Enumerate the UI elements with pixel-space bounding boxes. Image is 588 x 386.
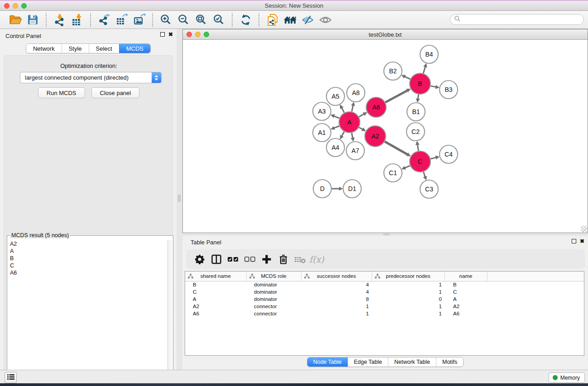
tab-network[interactable]: Network (26, 44, 62, 53)
close-window-icon[interactable] (4, 3, 10, 9)
table-cell[interactable]: C (445, 288, 487, 295)
zoom-fit-icon[interactable] (193, 11, 209, 29)
graph-edge-B-B3[interactable] (431, 86, 436, 87)
table-cell[interactable]: connector (246, 310, 301, 317)
zoom-in-icon[interactable] (158, 11, 174, 29)
search-input[interactable] (463, 15, 583, 24)
graph-edge-C-C3[interactable] (424, 172, 425, 177)
deselect-all-icon[interactable] (243, 251, 257, 267)
import-table-icon[interactable] (69, 11, 85, 29)
mcds-list-item[interactable]: A (8, 248, 167, 255)
table-cell[interactable]: dominator (246, 288, 301, 295)
add-icon[interactable] (259, 251, 273, 267)
table-row[interactable]: Cdominator41C (185, 288, 584, 295)
graph-edge-A-A7[interactable] (352, 133, 353, 138)
close-icon[interactable]: ✖ (168, 32, 173, 37)
graph-edge-A-A2[interactable] (359, 128, 363, 129)
close-window-icon[interactable] (186, 32, 192, 37)
network-window-titlebar[interactable]: testGlobe.txt (183, 29, 588, 40)
hide-details-icon[interactable] (300, 11, 316, 29)
close-panel-button[interactable]: Close panel (91, 87, 140, 98)
minimize-window-icon[interactable] (195, 32, 201, 37)
export-network-icon[interactable] (96, 11, 112, 29)
column-header-shared-name[interactable]: shared name (185, 272, 246, 281)
table-cell[interactable]: C (185, 288, 246, 295)
tab-motifs[interactable]: Motifs (436, 357, 463, 367)
graph-edge-A-A8[interactable] (352, 105, 353, 111)
table-cell[interactable]: 1 (301, 310, 372, 317)
zoom-out-icon[interactable] (176, 11, 191, 29)
table-row[interactable]: A2connector11A2 (185, 303, 584, 310)
graph-edge-A-A5[interactable] (342, 108, 344, 113)
mcds-list-item[interactable]: C (8, 262, 167, 269)
gear-icon[interactable] (192, 251, 206, 267)
zoom-window-icon[interactable] (21, 3, 27, 9)
graph-edge-A-A1[interactable] (334, 126, 339, 128)
mcds-list-item[interactable]: B (8, 255, 167, 262)
close-icon[interactable]: ✖ (580, 239, 584, 243)
column-header-MCDS-role[interactable]: MCDS role (246, 272, 301, 281)
table-cell[interactable]: dominator (246, 295, 301, 303)
graph-edge-C-C4[interactable] (430, 157, 436, 159)
vertical-split-divider[interactable] (177, 29, 182, 370)
table-cell[interactable]: A (445, 295, 487, 303)
float-icon[interactable] (572, 239, 576, 243)
table-cell[interactable]: A6 (445, 310, 487, 317)
tab-select[interactable]: Select (89, 44, 119, 53)
refresh-icon[interactable] (238, 11, 253, 29)
open-folder-icon[interactable] (7, 11, 23, 29)
save-icon[interactable] (25, 11, 41, 29)
graph-edge-A-A6[interactable] (359, 114, 364, 117)
tab-mcds[interactable]: MCDS (119, 44, 150, 53)
table-cell[interactable]: A6 (185, 310, 246, 317)
search-box[interactable] (450, 14, 584, 25)
graph-edge-C-C2[interactable] (417, 145, 418, 151)
graph-edge-A-A3[interactable] (334, 116, 339, 119)
table-row[interactable]: A6connector11A6 (185, 310, 584, 317)
table-cell[interactable]: 1 (372, 303, 445, 310)
zoom-window-icon[interactable] (204, 32, 209, 37)
memory-button[interactable]: Memory (549, 372, 585, 383)
minimize-window-icon[interactable] (13, 3, 18, 9)
optimization-dropdown[interactable]: largest connected component (directed) (20, 72, 162, 83)
table-cell[interactable]: 8 (301, 295, 372, 303)
table-cell[interactable]: 1 (372, 310, 445, 317)
tab-edge-table[interactable]: Edge Table (348, 357, 388, 367)
table-cell[interactable]: A (185, 295, 246, 303)
graph-edge-B-B4[interactable] (423, 67, 425, 73)
graph-edge-B-B2[interactable] (405, 76, 410, 79)
divider-handle[interactable] (383, 234, 390, 235)
table-cell[interactable]: dominator (246, 281, 301, 288)
graph-edge-A6-B[interactable] (385, 91, 407, 102)
home-icon[interactable] (282, 11, 298, 29)
resize-grip[interactable] (581, 226, 587, 232)
table-cell[interactable]: A2 (445, 303, 487, 310)
tab-node-table[interactable]: Node Table (307, 357, 348, 367)
clone-network-icon[interactable] (264, 11, 280, 29)
table-cell[interactable]: 4 (301, 281, 372, 288)
network-canvas[interactable]: ABCA2A6A1A3A4A5A7A8B1B2B3B4C1C2C3C4DD1 (183, 40, 588, 233)
run-mcds-button[interactable]: Run MCDS (38, 87, 85, 98)
delete-icon[interactable] (276, 251, 290, 267)
column-header-name[interactable]: name (445, 272, 487, 281)
split-column-icon[interactable] (209, 251, 223, 267)
export-image-icon[interactable] (131, 11, 147, 29)
table-cell[interactable]: A2 (185, 303, 246, 310)
table-row[interactable]: Adominator80A (185, 295, 584, 303)
tab-network-table[interactable]: Network Table (388, 357, 436, 367)
table-cell[interactable]: 1 (372, 288, 445, 295)
table-cell[interactable]: 1 (301, 303, 372, 310)
select-all-icon[interactable] (226, 251, 240, 267)
table-cell[interactable]: 1 (372, 281, 445, 288)
graph-edge-C-C1[interactable] (405, 166, 410, 168)
mcds-list-item[interactable]: A2 (8, 240, 167, 248)
table-cell[interactable]: B (185, 281, 246, 288)
tab-style[interactable]: Style (62, 44, 89, 53)
import-network-icon[interactable] (52, 11, 67, 29)
task-history-button[interactable] (5, 372, 17, 383)
float-icon[interactable] (160, 32, 165, 37)
eye-icon[interactable] (317, 11, 333, 29)
scrollbar[interactable] (167, 240, 172, 386)
zoom-selected-icon[interactable] (211, 11, 227, 29)
column-header-predecessor-nodes[interactable]: predecessor nodes (372, 272, 445, 281)
